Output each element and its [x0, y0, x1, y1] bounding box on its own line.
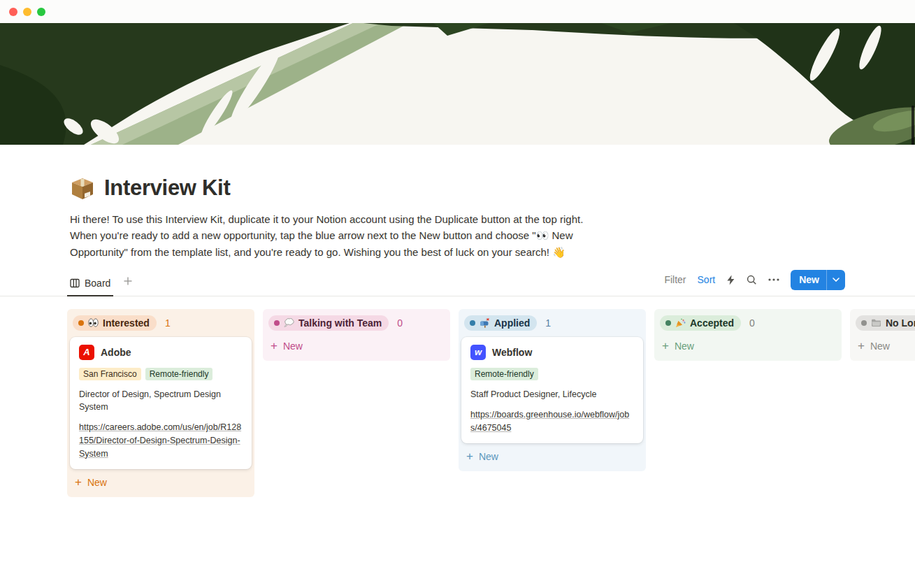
- role-text: Director of Design, Spectrum Design Syst…: [79, 388, 243, 413]
- column-status-pill[interactable]: Applied: [464, 315, 537, 331]
- add-card-button[interactable]: +New: [654, 334, 842, 359]
- status-dot: [665, 320, 671, 326]
- leaf-cover-graphic: [0, 23, 915, 145]
- add-card-button[interactable]: +New: [263, 334, 450, 359]
- tag-list: Remote-friendly: [470, 368, 634, 380]
- column-status-pill[interactable]: Accepted: [660, 315, 741, 331]
- column-header: Applied1: [459, 309, 646, 334]
- company-logo-icon: w: [470, 345, 486, 360]
- company-name: Adobe: [101, 347, 131, 358]
- column-count: 1: [545, 317, 551, 329]
- sort-button[interactable]: Sort: [698, 274, 716, 285]
- role-text: Staff Product Designer, Lifecycle: [470, 388, 634, 401]
- new-button-dropdown[interactable]: [826, 270, 845, 290]
- status-dot: [274, 320, 280, 326]
- column-status-pill[interactable]: Interested: [73, 315, 157, 331]
- board-column: No Lon+New: [850, 309, 915, 361]
- tag: Remote-friendly: [470, 368, 538, 380]
- automation-bolt-icon[interactable]: [726, 275, 735, 285]
- minimize-window-button[interactable]: [23, 8, 31, 16]
- party-emoji-icon: [675, 318, 686, 328]
- column-header: Interested1: [67, 309, 254, 334]
- more-options-icon[interactable]: [768, 278, 779, 281]
- folder-emoji-icon: [871, 318, 881, 327]
- scrollbar-thumb[interactable]: [912, 106, 914, 145]
- column-header: No Lon: [850, 309, 915, 334]
- status-dot: [470, 320, 475, 326]
- column-label: Interested: [103, 317, 150, 329]
- column-header: Talking with Team0: [263, 309, 450, 334]
- tag: Remote-friendly: [145, 368, 213, 380]
- column-label: No Lon: [886, 317, 915, 329]
- board-column: Applied1wWebflowRemote-friendlyStaff Pro…: [459, 309, 646, 472]
- plus-icon: +: [858, 340, 865, 352]
- board-column: Talking with Team0+New: [263, 309, 450, 361]
- column-label: Accepted: [690, 317, 734, 329]
- job-posting-link[interactable]: https://boards.greenhouse.io/webflow/job…: [470, 408, 634, 435]
- package-emoji-icon[interactable]: [70, 175, 95, 201]
- column-count: 0: [397, 317, 403, 329]
- tag: San Francisco: [79, 368, 141, 380]
- opportunity-card[interactable]: AAdobeSan FranciscoRemote-friendlyDirect…: [70, 337, 252, 470]
- thought-emoji-icon: [284, 318, 294, 327]
- add-card-label: New: [675, 340, 694, 352]
- close-window-button[interactable]: [9, 8, 17, 16]
- status-dot: [78, 320, 84, 326]
- plus-icon: +: [271, 340, 278, 352]
- card-list: wWebflowRemote-friendlyStaff Product Des…: [459, 334, 646, 445]
- search-icon[interactable]: [747, 275, 757, 285]
- column-status-pill[interactable]: Talking with Team: [268, 315, 389, 331]
- tag-list: San FranciscoRemote-friendly: [79, 368, 243, 380]
- window-titlebar: [0, 0, 915, 23]
- company-logo-icon: A: [79, 345, 94, 360]
- plus-icon: +: [662, 340, 669, 352]
- add-card-label: New: [479, 451, 498, 462]
- card-list: AAdobeSan FranciscoRemote-friendlyDirect…: [67, 334, 254, 471]
- opportunity-card[interactable]: wWebflowRemote-friendlyStaff Product Des…: [461, 337, 643, 444]
- tab-board[interactable]: Board: [67, 273, 113, 296]
- page-title: Interview Kit: [104, 175, 230, 201]
- view-bar: Board Filter Sort New: [0, 270, 915, 296]
- board-column: Interested1AAdobeSan FranciscoRemote-fri…: [67, 309, 254, 498]
- column-label: Talking with Team: [298, 317, 382, 329]
- new-button[interactable]: New: [791, 270, 826, 290]
- add-card-label: New: [87, 477, 107, 488]
- mailbox-emoji-icon: [480, 318, 490, 328]
- tab-board-label: Board: [85, 278, 110, 289]
- eyes-emoji-icon: [88, 318, 99, 327]
- page-description: Hi there! To use this Interview Kit, dup…: [70, 211, 607, 260]
- board: Interested1AAdobeSan FranciscoRemote-fri…: [0, 309, 915, 498]
- column-count: 0: [749, 317, 755, 329]
- board-column: Accepted0+New: [654, 309, 842, 361]
- company-name: Webflow: [492, 347, 532, 358]
- plus-icon: +: [466, 450, 473, 462]
- add-card-button[interactable]: +New: [850, 334, 915, 359]
- add-card-label: New: [283, 340, 303, 352]
- job-posting-link[interactable]: https://careers.adobe.com/us/en/job/R128…: [79, 421, 243, 460]
- zoom-window-button[interactable]: [37, 8, 45, 16]
- add-card-button[interactable]: +New: [67, 471, 254, 496]
- filter-button[interactable]: Filter: [664, 274, 686, 285]
- column-status-pill[interactable]: No Lon: [856, 315, 915, 331]
- column-header: Accepted0: [654, 309, 842, 334]
- add-card-button[interactable]: +New: [459, 445, 646, 470]
- board-view-icon: [70, 278, 80, 288]
- new-button-group: New: [791, 270, 845, 290]
- column-count: 1: [165, 317, 171, 329]
- plus-icon: +: [75, 476, 82, 488]
- column-label: Applied: [494, 317, 530, 329]
- add-card-label: New: [870, 340, 890, 352]
- page-cover-image: [0, 23, 915, 145]
- status-dot: [861, 320, 867, 326]
- add-view-button[interactable]: [120, 276, 136, 292]
